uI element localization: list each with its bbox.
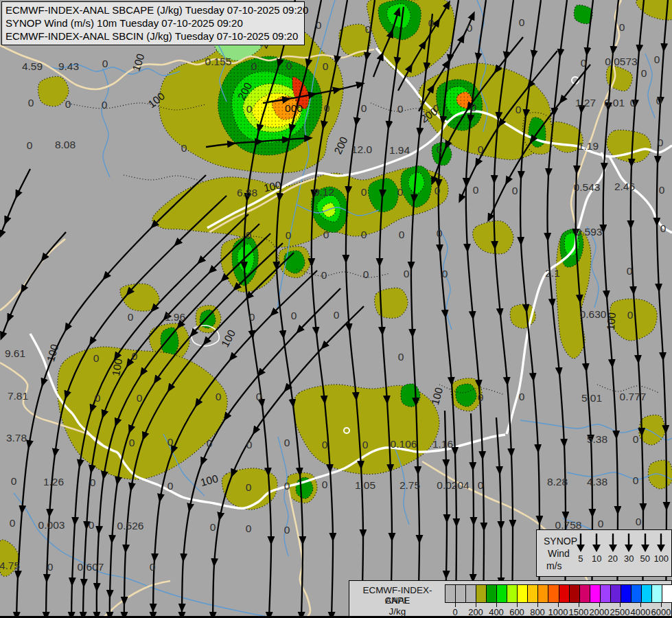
station-value-zero: 0 [90,477,96,488]
station-value-zero: 0 [132,350,138,362]
station-value-zero: 0 [659,184,665,196]
station-value-zero: 0 [249,311,255,323]
station-value: 7.81 [8,390,28,402]
station-value-zero: 0 [363,268,369,280]
station-value: 0.0573 [605,56,637,67]
cape-scale-tick [640,602,641,607]
station-value: 1.16 [432,438,453,450]
wind-legend-scale: 510203050100 [572,533,669,564]
station-value-zero: 0 [181,142,187,154]
cape-legend-unit: J/kg [352,606,443,617]
station-value: 2.1 [545,267,560,279]
wind-speed-cell: 10 [589,533,605,564]
station-value-zero: 0 [47,561,54,573]
wind-arrow-icon [640,533,650,552]
station-value-zero: 0 [398,351,404,363]
station-value: 0.607 [78,561,104,573]
cape-color-cell [476,585,487,602]
cape-color-cell [487,585,497,602]
station-value-zero: 0 [361,229,367,240]
station-value-zero: 0 [284,437,290,448]
station-value-zero: 0 [210,521,216,533]
station-value-zero: 0 [334,309,340,321]
station-value: 0.01 [604,97,625,108]
contour-label: 000 [285,102,303,114]
cape-color-cell [652,585,662,602]
cape-color-cell [528,585,538,602]
station-value-zero: 0 [473,184,479,196]
station-value: 0.777 [620,391,647,402]
station-value-zero: 0 [246,523,252,534]
wind-legend: SYNOP Wind m/s 510203050100 [536,529,672,577]
station-value: 1.27 [575,97,596,108]
wind-arrow-icon [656,533,666,552]
station-value-zero: 0 [286,229,292,241]
station-value-zero: 0 [598,518,604,529]
wind-speed-label: 100 [653,553,669,564]
station-value-zero: 0 [128,311,134,323]
wind-speed-cell: 5 [572,533,589,564]
station-value-zero: 0 [515,104,522,115]
station-value-zero: 0 [361,186,367,198]
station-value-zero: 0 [633,433,639,445]
wind-arrow-icon [592,533,601,552]
station-value: 0.155 [205,56,232,67]
cape-scale-tick [476,602,476,607]
cape-scale-tick [558,602,559,607]
station-value: 0.630 [580,308,607,320]
cape-color-cell [601,585,611,602]
station-value-zero: 0 [435,185,441,196]
station-value-zero: 0 [93,352,100,364]
station-value: 12.0 [351,144,373,155]
cape-color-cell [621,585,632,602]
wind-speed-label: 20 [608,553,618,564]
wind-speed-cell: 20 [605,533,621,564]
cape-patch [161,328,178,356]
station-value: 1.05 [355,479,375,491]
wind-arrow-icon [608,533,618,552]
station-value-zero: 0 [397,103,404,115]
title-line-sbcape: ECMWF-INDEX-ANAL SBCAPE (J/kg) Tuesday 0… [5,3,300,16]
station-value-zero: 0 [478,479,484,491]
title-line-wind: SYNOP Wind (m/s) 10m Tuesday 07-10-2025 … [5,16,300,30]
station-value-zero: 0 [102,58,108,69]
wind-speed-label: 10 [592,553,601,564]
station-value: 4.38 [587,476,607,488]
station-value-zero: 0 [619,21,625,33]
cape-color-cell [538,585,548,602]
station-value-zero: 0 [467,22,473,34]
station-value-zero: 0 [512,185,518,196]
cape-scale-tick [579,602,579,607]
wind-speed-label: 50 [640,553,650,564]
cape-scale-tick [517,602,518,607]
station-value-zero: 0 [167,436,174,448]
station-value-zero: 0 [323,229,329,240]
station-value-zero: 0 [581,57,587,69]
map-title-box: ECMWF-INDEX-ANAL SBCAPE (J/kg) Tuesday 0… [1,1,305,45]
station-value-zero: 0 [316,19,322,31]
station-value-zero: 0 [478,144,484,155]
station-value-zero: 0 [27,139,33,151]
station-value-zero: 0 [323,60,329,72]
wind-speed-cell: 100 [653,533,670,564]
cape-color-cell [497,585,507,602]
station-value-zero: 0 [399,229,405,240]
station-value-zero: 0 [471,102,477,113]
station-value-zero: 0 [150,561,156,573]
cape-scale-tick [455,602,456,607]
station-value: 5.01 [581,392,602,404]
station-value-zero: 0 [365,23,371,35]
cape-scale-tick [620,602,621,607]
station-value: 0.003 [38,519,65,531]
cape-color-cell [445,585,456,602]
wind-arrow-icon [624,533,634,552]
cape-scale-tick [496,602,497,607]
station-value-zero: 0 [322,439,328,450]
map-canvas: 0000000000000000000000000000000000000000… [0,0,672,618]
wind-legend-subtitle: Wind [548,548,570,559]
station-value-zero: 0 [95,392,101,404]
station-value-zero: 0 [437,144,443,155]
station-value-zero: 0 [28,97,34,108]
cape-color-cell [518,585,528,602]
wind-speed-cell: 30 [621,533,638,564]
